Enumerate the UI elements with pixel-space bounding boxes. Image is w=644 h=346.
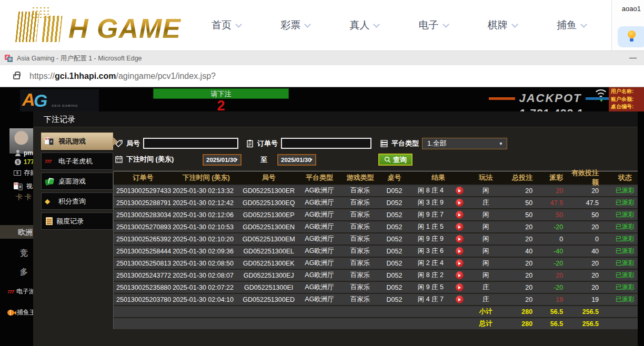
cell-platform: AG欧洲厅 [298, 210, 341, 219]
cell-bet: 50 [504, 199, 541, 207]
replay-button[interactable] [456, 199, 464, 207]
site-logo-text: H GAME [68, 13, 181, 44]
play-triangle-icon [458, 213, 461, 217]
cell-order: 250130025265392 [114, 236, 173, 243]
total-label: 总计 [467, 319, 504, 328]
replay-button[interactable] [456, 235, 464, 243]
cell-status: 已派彩 [612, 235, 638, 243]
cell-replay [451, 259, 467, 268]
nav-item-electronic[interactable]: 电子 [419, 18, 448, 32]
cell-replay [451, 247, 467, 256]
nav-item-live[interactable]: 真人 [349, 18, 379, 32]
total-row: 总计 280 56.5 256.5 [114, 317, 638, 329]
table-games-icon [45, 177, 55, 186]
cell-play: 闲 [467, 235, 504, 243]
dropdown-arrow-icon: ▼ [499, 138, 503, 150]
cell-bet: 20 [504, 187, 541, 195]
replay-button[interactable] [456, 187, 464, 195]
play-triangle-icon [458, 238, 461, 241]
sidebar-item-jing[interactable]: 竞 [20, 248, 28, 258]
cell-round: GD052251300ED [240, 296, 298, 303]
cell-platform: AG欧洲厅 [298, 222, 341, 231]
replay-button[interactable] [456, 271, 464, 279]
table-row: 250130025270893 2025-01-30 02:10:53 GD05… [114, 220, 638, 232]
date-from-select[interactable]: 2025/01/30 ▼ [203, 154, 242, 166]
cell-valid: 20 [569, 187, 612, 195]
subtotal-valid: 256.5 [569, 308, 612, 316]
nav-item-board-games[interactable]: 棋牌 [488, 18, 517, 32]
logo-bars-decoration [42, 16, 62, 42]
cell-order: 250130025250813 [114, 260, 173, 267]
sidebar-item-points-inquiry[interactable]: ◆ 积分查询 [41, 192, 113, 210]
sidebar-item-quota-records[interactable]: 额度记录 [41, 212, 113, 230]
cell-round: GD052251300EI [240, 284, 298, 291]
platform-type-select[interactable]: 1.全部 ▼ [422, 138, 507, 149]
jackpot-label: JACKPOT [519, 91, 581, 105]
col-header-platform: 平台类型 [298, 173, 341, 182]
nav-item-lottery[interactable]: 彩票 [280, 18, 310, 32]
table-row: 250130025258444 2025-01-30 02:09:36 GD05… [114, 245, 638, 257]
cell-payout: -20 [541, 284, 569, 291]
cell-bet: 50 [504, 211, 541, 219]
cell-game: 百家乐 [341, 247, 379, 256]
sidebar-item-video-games[interactable]: K♥ 9 视讯游戏 [41, 133, 113, 150]
cell-replay [451, 223, 467, 231]
search-button[interactable]: 查询 [378, 154, 412, 166]
records-table: 订单号 下注时间 (美东) 局号 平台类型 游戏类型 桌号 结果 玩法 总投注 … [113, 171, 638, 329]
minimize-button[interactable]: — [626, 51, 640, 66]
cell-time: 2025-01-30 02:12:06 [173, 211, 240, 219]
nav-item-home[interactable]: 首页 [212, 18, 241, 32]
play-triangle-icon [458, 262, 461, 265]
cell-valid: 20 [569, 284, 612, 291]
account-panel: aoao1 [612, 0, 644, 50]
col-header-valid: 有效投注额 [569, 168, 612, 187]
sidebar-item-table-games[interactable]: 桌面游戏 [41, 172, 113, 190]
replay-button[interactable] [456, 247, 464, 255]
account-name[interactable]: aoao1 [622, 5, 641, 13]
cell-platform: AG欧洲厅 [298, 198, 341, 207]
order-number-input[interactable] [281, 138, 371, 149]
sidebar-item-europe-hall[interactable]: 欧洲 [0, 225, 33, 239]
replay-button[interactable] [456, 223, 464, 231]
deposit-icon: $ [14, 170, 21, 176]
replay-button[interactable] [456, 211, 464, 219]
round-number-input[interactable] [143, 138, 238, 149]
platform-type-value: 1.全部 [427, 139, 447, 147]
table-row: 250130025265392 2025-01-30 02:10:20 GD05… [114, 232, 638, 245]
cell-game: 百家乐 [341, 198, 379, 207]
cell-payout: 20 [541, 272, 569, 279]
cell-table: D052 [379, 284, 409, 291]
slot-777-icon: 777 [7, 289, 14, 294]
main-nav: 首页 彩票 真人 电子 棋牌 捕鱼 [212, 0, 586, 50]
jackpot-bar-left [489, 97, 515, 100]
replay-button[interactable] [456, 259, 464, 267]
platform-filter-group: 平台类型 1.全部 ▼ [380, 138, 507, 149]
cell-payout: 20 [541, 187, 569, 195]
search-icon [384, 156, 391, 163]
cell-valid: 20 [569, 223, 612, 231]
replay-button[interactable] [456, 283, 464, 291]
url-text[interactable]: https://gci.1hhapi.com/agingame/pcv1/ind… [29, 65, 216, 87]
lock-icon [13, 74, 20, 79]
sidebar-item-fishing[interactable]: 捕鱼王 [7, 308, 36, 317]
total-valid: 256.5 [569, 320, 612, 328]
cell-table: D052 [379, 236, 409, 243]
cell-play: 闲 [467, 259, 504, 268]
nav-item-fishing[interactable]: 捕鱼 [557, 18, 586, 32]
cell-table: D052 [379, 272, 409, 279]
bet-prompt-panel: 请下注 2 [153, 88, 289, 111]
cell-platform: AG欧洲厅 [298, 259, 341, 268]
cell-play: 闲 [467, 186, 504, 195]
date-to-select[interactable]: 2025/01/30 ▼ [277, 154, 316, 166]
sidebar-item-slot-machines[interactable]: 777 电子老虎机 [41, 152, 113, 170]
cell-result: 闲 9 庄 5 [409, 283, 451, 292]
cell-round: GD052251300EL [240, 248, 298, 255]
sidebar-item-kaka-hall[interactable]: 卡卡 [16, 192, 34, 202]
sidebar-item-duo[interactable]: 多 [20, 267, 28, 277]
date-to-value: 2025/01/30 [281, 157, 311, 163]
cell-table: D052 [379, 199, 409, 207]
hint-button[interactable] [618, 26, 644, 47]
replay-button[interactable] [456, 296, 464, 303]
cell-order: 250130025270893 [114, 223, 173, 231]
cell-time: 2025-01-30 02:04:10 [173, 296, 240, 303]
